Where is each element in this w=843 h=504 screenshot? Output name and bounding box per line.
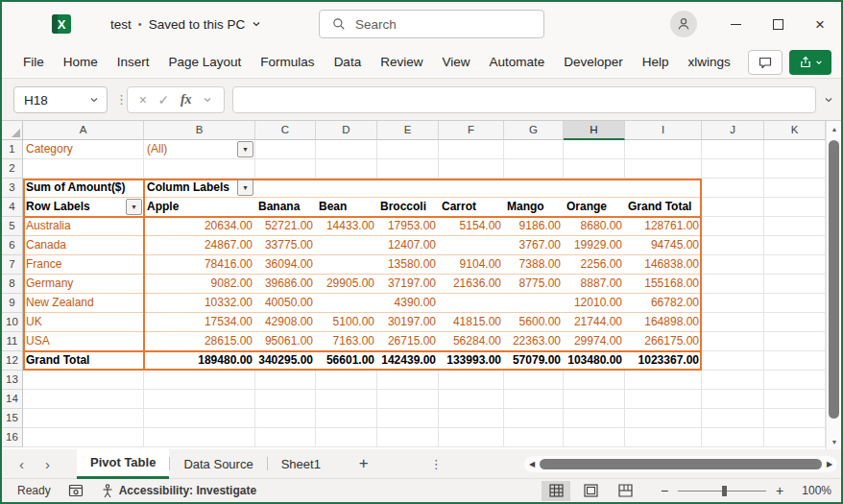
row-header-8[interactable]: 8	[2, 275, 23, 294]
cell-C3[interactable]	[255, 179, 316, 198]
cell-I9[interactable]: 66782.00	[625, 294, 702, 313]
cell-A11[interactable]: USA	[23, 332, 144, 351]
select-all-corner[interactable]	[2, 121, 23, 140]
cell-K14[interactable]	[764, 390, 826, 409]
account-avatar[interactable]	[670, 11, 697, 37]
filter-dropdown-row-labels[interactable]: ▼	[126, 199, 142, 215]
row-header-12[interactable]: 12	[2, 351, 23, 371]
cell-A10[interactable]: UK	[23, 313, 144, 332]
cell-G4[interactable]: Mango	[504, 198, 564, 217]
cell-A15[interactable]	[23, 409, 144, 428]
add-sheet-button[interactable]: +	[359, 454, 369, 473]
cell-I14[interactable]	[625, 390, 702, 409]
cell-J4[interactable]	[702, 198, 764, 217]
page-layout-view-button[interactable]	[576, 481, 605, 501]
cell-C1[interactable]	[255, 140, 316, 159]
cell-K15[interactable]	[764, 409, 826, 428]
row-header-9[interactable]: 9	[2, 294, 23, 313]
cell-E1[interactable]	[377, 140, 439, 159]
cell-A3[interactable]: Sum of Amount($)	[23, 179, 144, 198]
cell-F1[interactable]	[439, 140, 504, 159]
close-button[interactable]: ×	[799, 2, 841, 46]
scroll-down-arrow[interactable]: ▼	[827, 434, 842, 449]
comments-button[interactable]	[748, 50, 783, 75]
cell-F11[interactable]: 56284.00	[439, 332, 504, 351]
previous-sheet-arrow[interactable]: ‹	[19, 456, 24, 472]
cell-C9[interactable]: 40050.00	[255, 294, 316, 313]
cell-A14[interactable]	[23, 390, 144, 409]
cell-C15[interactable]	[255, 409, 316, 428]
cell-D8[interactable]: 29905.00	[316, 275, 377, 294]
cell-H14[interactable]	[564, 390, 625, 409]
cell-D9[interactable]	[316, 294, 377, 313]
cell-E10[interactable]: 30197.00	[377, 313, 439, 332]
cell-D11[interactable]: 7163.00	[316, 332, 377, 351]
sheet-tab-pivot-table[interactable]: Pivot Table	[77, 449, 169, 479]
cell-H11[interactable]: 29974.00	[564, 332, 625, 351]
enter-formula-button[interactable]: ✓	[158, 92, 170, 108]
row-header-14[interactable]: 14	[2, 390, 23, 409]
cell-A5[interactable]: Australia	[23, 217, 144, 236]
cell-K1[interactable]	[764, 140, 826, 159]
column-header-J[interactable]: J	[702, 121, 764, 140]
cell-D15[interactable]	[316, 409, 377, 428]
cell-C11[interactable]: 95061.00	[255, 332, 316, 351]
cell-F2[interactable]	[439, 159, 504, 179]
cell-E5[interactable]: 17953.00	[377, 217, 439, 236]
cell-H4[interactable]: Orange	[564, 198, 625, 217]
cell-K5[interactable]	[764, 217, 826, 236]
scroll-right-arrow[interactable]: ▶	[822, 460, 837, 468]
expand-formula-bar-icon[interactable]	[824, 95, 833, 105]
cell-H12[interactable]: 103480.00	[564, 351, 625, 371]
zoom-in-button[interactable]: +	[774, 483, 785, 498]
cell-K16[interactable]	[764, 428, 826, 447]
cell-H8[interactable]: 8887.00	[564, 275, 625, 294]
cell-J10[interactable]	[702, 313, 764, 332]
share-button[interactable]	[789, 50, 831, 75]
cell-B16[interactable]	[144, 428, 255, 447]
ribbon-tab-data[interactable]: Data	[325, 46, 372, 79]
maximize-button[interactable]	[757, 2, 799, 46]
cell-K7[interactable]	[764, 255, 826, 275]
cell-H9[interactable]: 12010.00	[564, 294, 625, 313]
cell-I13[interactable]	[625, 371, 702, 390]
cell-I1[interactable]	[625, 140, 702, 159]
cell-D16[interactable]	[316, 428, 377, 447]
cell-D5[interactable]: 14433.00	[316, 217, 377, 236]
cell-I10[interactable]: 164898.00	[625, 313, 702, 332]
cell-J2[interactable]	[702, 159, 764, 179]
cell-D2[interactable]	[316, 159, 377, 179]
cell-E8[interactable]: 37197.00	[377, 275, 439, 294]
cell-K10[interactable]	[764, 313, 826, 332]
cell-D4[interactable]: Bean	[316, 198, 377, 217]
column-header-D[interactable]: D	[316, 121, 377, 140]
cell-I12[interactable]: 1023367.00	[625, 351, 702, 371]
cell-H5[interactable]: 8680.00	[564, 217, 625, 236]
cell-B8[interactable]: 9082.00	[144, 275, 255, 294]
cell-I2[interactable]	[625, 159, 702, 179]
cell-C8[interactable]: 39686.00	[255, 275, 316, 294]
page-break-preview-button[interactable]	[611, 481, 639, 501]
next-sheet-arrow[interactable]: ›	[45, 456, 50, 472]
cell-J11[interactable]	[702, 332, 764, 351]
document-title-area[interactable]: test • Saved to this PC	[110, 2, 261, 46]
cell-F3[interactable]	[439, 179, 504, 198]
cell-H1[interactable]	[564, 140, 625, 159]
cell-C16[interactable]	[255, 428, 316, 447]
cell-E7[interactable]: 13580.00	[377, 255, 439, 275]
cell-E16[interactable]	[377, 428, 439, 447]
cell-E14[interactable]	[377, 390, 439, 409]
cell-G11[interactable]: 22363.00	[504, 332, 564, 351]
cell-I3[interactable]	[625, 179, 702, 198]
cell-K8[interactable]	[764, 275, 826, 294]
cell-G12[interactable]: 57079.00	[504, 351, 564, 371]
cell-D1[interactable]	[316, 140, 377, 159]
row-header-2[interactable]: 2	[2, 159, 23, 179]
excel-logo-icon[interactable]: X	[52, 14, 71, 34]
cell-D14[interactable]	[316, 390, 377, 409]
cell-C14[interactable]	[255, 390, 316, 409]
cell-B9[interactable]: 10332.00	[144, 294, 255, 313]
cancel-formula-button[interactable]: ×	[139, 92, 147, 108]
column-header-F[interactable]: F	[439, 121, 504, 140]
cell-F9[interactable]	[439, 294, 504, 313]
